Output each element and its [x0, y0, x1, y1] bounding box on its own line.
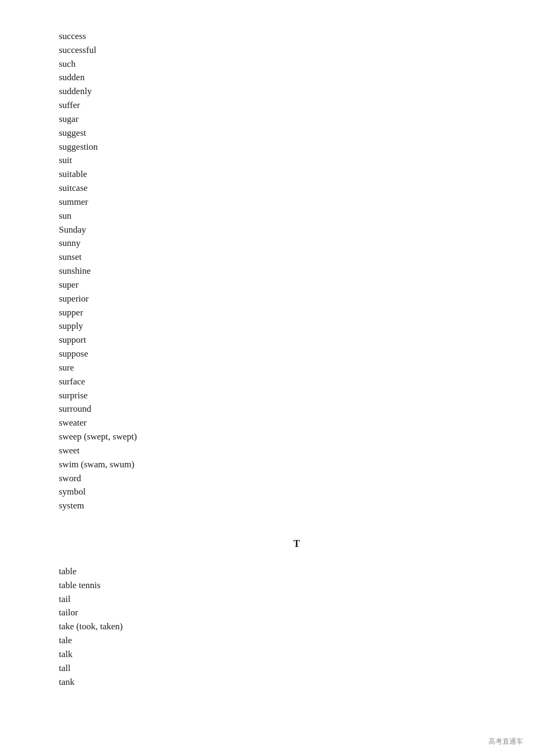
list-item: suppose — [59, 347, 535, 361]
list-item: system — [59, 499, 535, 513]
list-item: swim (swam, swum) — [59, 458, 535, 472]
word-list: successsuccessfulsuchsuddensuddenlysuffe… — [0, 0, 535, 689]
list-item: symbol — [59, 485, 535, 499]
list-item: tailor — [59, 606, 535, 620]
list-item: Sunday — [59, 223, 535, 237]
list-item: table tennis — [59, 578, 535, 592]
list-item: suitcase — [59, 181, 535, 195]
s-words-container: successsuccessfulsuchsuddensuddenlysuffe… — [59, 29, 535, 513]
list-item: sunset — [59, 250, 535, 264]
list-item: suggest — [59, 126, 535, 140]
list-item: surprise — [59, 389, 535, 403]
list-item: take (took, taken) — [59, 620, 535, 634]
list-item: such — [59, 57, 535, 71]
list-item: surround — [59, 402, 535, 416]
list-item: summer — [59, 195, 535, 209]
list-item: sun — [59, 209, 535, 223]
list-item: table — [59, 565, 535, 578]
list-item: supper — [59, 306, 535, 320]
list-item: support — [59, 333, 535, 347]
list-item: supply — [59, 319, 535, 333]
list-item: suit — [59, 153, 535, 167]
list-item: sugar — [59, 112, 535, 126]
list-item: superior — [59, 292, 535, 306]
list-item: success — [59, 29, 535, 43]
list-item: sunny — [59, 236, 535, 250]
list-item: suffer — [59, 98, 535, 112]
list-item: sweet — [59, 444, 535, 458]
list-item: super — [59, 278, 535, 292]
t-section-header: T — [59, 538, 535, 550]
list-item: suddenly — [59, 84, 535, 98]
list-item: suitable — [59, 167, 535, 181]
list-item: tall — [59, 661, 535, 675]
list-item: sword — [59, 472, 535, 485]
list-item: tank — [59, 675, 535, 689]
list-item: sunshine — [59, 264, 535, 278]
list-item: talk — [59, 647, 535, 661]
list-item: successful — [59, 43, 535, 57]
list-item: sweater — [59, 416, 535, 430]
list-item: sweep (swept, swept) — [59, 430, 535, 444]
watermark: 高考直通车 — [488, 737, 523, 746]
list-item: surface — [59, 375, 535, 389]
list-item: tale — [59, 634, 535, 647]
list-item: tail — [59, 592, 535, 606]
list-item: suggestion — [59, 140, 535, 154]
list-item: sudden — [59, 71, 535, 84]
t-words-container: tabletable tennistailtailortake (took, t… — [59, 565, 535, 689]
list-item: sure — [59, 361, 535, 375]
